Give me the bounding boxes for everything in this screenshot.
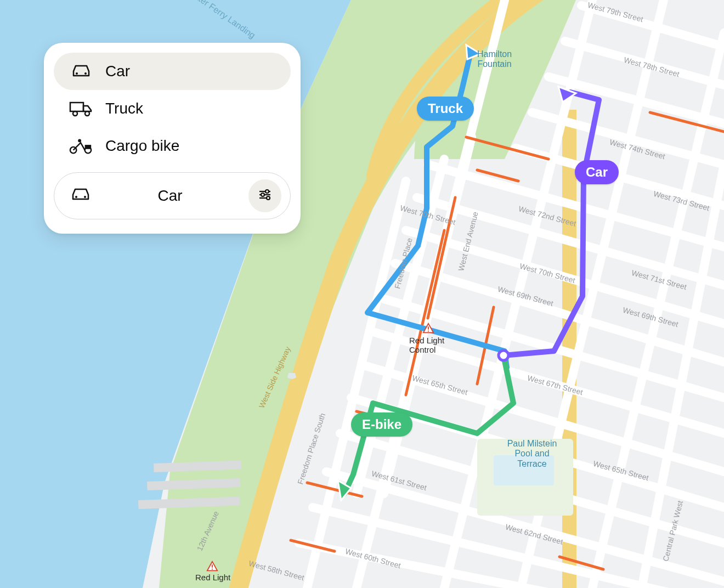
svg-rect-23 bbox=[85, 145, 91, 149]
svg-point-20 bbox=[85, 111, 89, 116]
poi-hamilton-fountain: HamiltonFountain bbox=[477, 49, 512, 70]
truck-icon bbox=[69, 100, 93, 117]
vehicle-option-label: Truck bbox=[105, 100, 143, 117]
vehicle-selector-card: Car Truck Cargo bike Car bbox=[44, 43, 301, 234]
route-label-car: Car bbox=[575, 160, 619, 184]
poi-red-light: Red Light bbox=[195, 573, 230, 582]
map-stage: Truck Car E-bike HamiltonFountain Paul M… bbox=[0, 0, 724, 588]
svg-point-6 bbox=[499, 350, 508, 360]
vehicle-option-label: Car bbox=[105, 63, 130, 80]
svg-point-25 bbox=[75, 196, 77, 198]
svg-point-19 bbox=[73, 111, 77, 116]
svg-rect-15 bbox=[212, 569, 213, 570]
svg-point-28 bbox=[265, 190, 269, 193]
vehicle-option-cargo-bike[interactable]: Cargo bike bbox=[54, 127, 291, 165]
svg-rect-12 bbox=[428, 331, 429, 332]
svg-point-17 bbox=[84, 72, 87, 75]
vehicle-option-label: Cargo bike bbox=[105, 137, 179, 155]
hazard-icon bbox=[422, 323, 434, 335]
car-icon bbox=[69, 63, 93, 80]
svg-rect-11 bbox=[428, 326, 429, 330]
svg-point-32 bbox=[267, 196, 270, 200]
svg-point-24 bbox=[78, 139, 81, 143]
vehicle-current-label: Car bbox=[92, 187, 248, 205]
svg-point-26 bbox=[84, 196, 86, 198]
hazard-icon bbox=[206, 561, 218, 573]
route-label-ebike: E-bike bbox=[351, 412, 412, 437]
svg-point-30 bbox=[261, 193, 264, 196]
svg-point-16 bbox=[76, 72, 78, 75]
vehicle-option-car[interactable]: Car bbox=[54, 53, 291, 90]
route-label-truck: Truck bbox=[417, 97, 474, 121]
sliders-icon bbox=[257, 187, 273, 205]
poi-red-light-control: Red LightControl bbox=[409, 336, 444, 354]
svg-rect-14 bbox=[212, 564, 213, 568]
svg-rect-18 bbox=[70, 103, 83, 111]
settings-button[interactable] bbox=[248, 179, 281, 212]
poi-milstein: Paul MilsteinPool andTerrace bbox=[499, 439, 565, 469]
vehicle-current-row[interactable]: Car bbox=[54, 172, 291, 219]
vehicle-option-truck[interactable]: Truck bbox=[54, 90, 291, 127]
car-icon bbox=[70, 187, 92, 205]
cargo-bike-icon bbox=[69, 138, 93, 154]
